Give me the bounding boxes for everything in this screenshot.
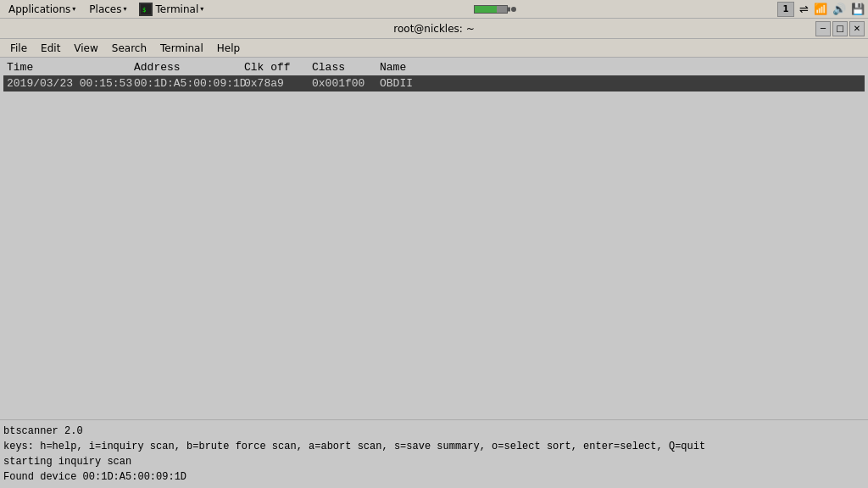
menu-terminal-label: Terminal xyxy=(160,42,203,54)
cell-name: OBDII xyxy=(380,77,549,90)
terminal-menu-group: $ Terminal ▾ xyxy=(136,2,213,17)
maximize-icon: □ xyxy=(836,24,843,33)
col-header-clkoff: Clk off xyxy=(244,61,312,74)
volume-icon[interactable]: 🔊 xyxy=(832,3,846,15)
battery-fill xyxy=(475,6,498,13)
col-header-address: Address xyxy=(134,61,244,74)
system-tray: 1 ⇌ 📶 🔊 💾 xyxy=(777,2,865,17)
places-menu[interactable]: Places ▾ xyxy=(84,2,131,17)
menu-search[interactable]: Search xyxy=(105,41,153,56)
menu-view[interactable]: View xyxy=(67,41,104,56)
table-area: Time Address Clk off Class Name 2019/03/… xyxy=(0,58,868,419)
wifi-icon[interactable]: 📶 xyxy=(814,3,827,15)
menu-bar: File Edit View Search Terminal Help xyxy=(0,39,868,58)
minimize-icon: ─ xyxy=(821,24,826,33)
window-title: root@nickles: ~ xyxy=(393,23,474,35)
col-header-time: Time xyxy=(7,61,134,74)
close-icon: ✕ xyxy=(854,24,860,33)
table-row[interactable]: 2019/03/23 00:15:53 00:1D:A5:00:09:1D 0x… xyxy=(3,75,865,92)
menu-search-label: Search xyxy=(112,42,147,54)
battery-indicator xyxy=(511,7,516,12)
applications-label: Applications xyxy=(8,3,70,15)
status-line2: keys: h=help, i=inquiry scan, b=brute fo… xyxy=(3,439,865,454)
menu-help[interactable]: Help xyxy=(210,41,247,56)
status-line4: Found device 00:1D:A5:00:09:1D xyxy=(3,469,865,485)
cell-class: 0x001f00 xyxy=(312,77,380,90)
terminal-label: Terminal xyxy=(156,3,199,15)
places-arrow: ▾ xyxy=(123,5,126,13)
window-titlebar: root@nickles: ~ ─ □ ✕ xyxy=(0,19,868,39)
window-controls: ─ □ ✕ xyxy=(815,21,865,36)
terminal-arrow: ▾ xyxy=(200,5,203,13)
places-label: Places xyxy=(89,3,121,15)
system-bar: Applications ▾ Places ▾ $ Terminal ▾ xyxy=(0,0,868,19)
menu-file-label: File xyxy=(10,42,27,54)
menu-edit-label: Edit xyxy=(41,42,60,54)
workspace-button[interactable]: 1 xyxy=(777,2,794,17)
applications-menu[interactable]: Applications ▾ xyxy=(3,2,81,17)
table-header: Time Address Clk off Class Name xyxy=(3,59,865,75)
terminal-menu[interactable]: Terminal ▾ xyxy=(154,2,209,17)
cell-address: 00:1D:A5:00:09:1D xyxy=(134,77,244,90)
applications-arrow: ▾ xyxy=(72,5,75,13)
terminal-icon: $ xyxy=(139,3,153,16)
menu-terminal[interactable]: Terminal xyxy=(153,41,210,56)
battery-bar xyxy=(474,5,508,14)
system-bar-left: Applications ▾ Places ▾ $ Terminal ▾ xyxy=(3,2,212,17)
col-header-class: Class xyxy=(312,61,380,74)
close-button[interactable]: ✕ xyxy=(849,21,865,36)
terminal-content: Time Address Clk off Class Name 2019/03/… xyxy=(0,58,868,488)
col-header-name: Name xyxy=(380,61,549,74)
status-bar: btscanner 2.0 keys: h=help, i=inquiry sc… xyxy=(0,419,868,488)
cell-time: 2019/03/23 00:15:53 xyxy=(7,77,134,90)
status-line3: starting inquiry scan xyxy=(3,454,865,469)
terminal-window: root@nickles: ~ ─ □ ✕ File Edit View Sea… xyxy=(0,19,868,488)
menu-view-label: View xyxy=(74,42,97,54)
svg-text:$: $ xyxy=(142,7,146,14)
menu-file[interactable]: File xyxy=(3,41,34,56)
workspace-label: 1 xyxy=(783,4,789,14)
maximize-button[interactable]: □ xyxy=(832,21,848,36)
cell-clkoff: 0x78a9 xyxy=(244,77,312,90)
minimize-button[interactable]: ─ xyxy=(815,21,831,36)
menu-help-label: Help xyxy=(217,42,240,54)
network-icon[interactable]: ⇌ xyxy=(799,3,809,15)
storage-icon[interactable]: 💾 xyxy=(851,3,865,15)
battery-area xyxy=(212,5,777,14)
menu-edit[interactable]: Edit xyxy=(34,41,67,56)
status-line1: btscanner 2.0 xyxy=(3,424,865,439)
